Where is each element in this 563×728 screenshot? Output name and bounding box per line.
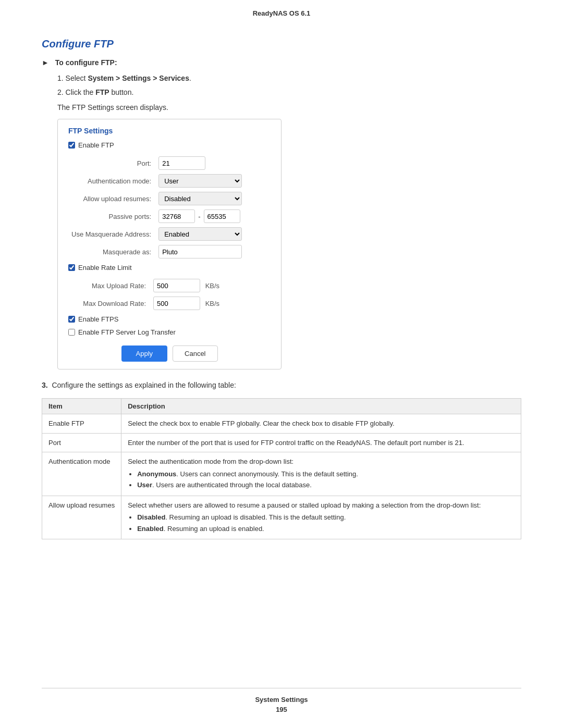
page-number: 195 [42, 706, 521, 713]
arrow-icon: ► [42, 58, 49, 67]
step-desc: The FTP Settings screen displays. [57, 103, 521, 112]
table-row: Authentication mode Select the authentic… [42, 452, 521, 496]
item-port: Port [42, 433, 121, 452]
section-title: Configure FTP [42, 38, 521, 50]
config-table-head: Item Description [42, 399, 521, 414]
page-header: ReadyNAS OS 6.1 [0, 0, 563, 22]
enable-ftp-log-label: Enable FTP Server Log Transfer [78, 328, 176, 336]
max-upload-unit: KB/s [205, 282, 219, 290]
desc-enable-ftp: Select the check box to enable FTP globa… [121, 414, 521, 434]
table-row: Port Enter the number of the port that i… [42, 433, 521, 452]
masquerade-addr-label: Use Masquerade Address: [68, 225, 154, 243]
passive-port-min[interactable] [158, 209, 195, 223]
desc-upload-resumes: Select whether users are allowed to resu… [121, 496, 521, 539]
field-max-upload: Max Upload Rate: KB/s [68, 277, 271, 294]
auth-mode-value: User Anonymous [154, 172, 271, 190]
header-title: ReadyNAS OS 6.1 [253, 9, 311, 17]
passive-ports-label: Passive ports: [68, 207, 154, 225]
cancel-button[interactable]: Cancel [173, 346, 217, 362]
config-table-header-row: Item Description [42, 399, 521, 414]
col-description: Description [121, 399, 521, 414]
max-download-label: Max Download Rate: [68, 294, 149, 312]
max-upload-value: KB/s [149, 277, 271, 294]
field-auth-mode: Authentication mode: User Anonymous [68, 172, 271, 190]
masquerade-as-input[interactable] [158, 245, 242, 258]
enable-ftp-log-row: Enable FTP Server Log Transfer [68, 328, 271, 336]
enable-ftps-row: Enable FTPS [68, 315, 271, 323]
footer-label: System Settings [42, 696, 521, 704]
max-download-unit: KB/s [205, 300, 219, 307]
col-item: Item [42, 399, 121, 414]
enable-rate-limit-label: Enable Rate Limit [78, 264, 132, 272]
enable-ftp-label: Enable FTP [78, 141, 114, 149]
upload-resumes-value: Disabled Enabled [154, 190, 271, 207]
panel-title: FTP Settings [68, 127, 271, 135]
item-auth-mode: Authentication mode [42, 452, 121, 496]
masquerade-addr-value: Enabled Disabled [154, 225, 271, 243]
rate-form-table: Max Upload Rate: KB/s Max Download Rate:… [68, 277, 271, 312]
port-label: Port: [68, 154, 154, 172]
field-port: Port: [68, 154, 271, 172]
enable-ftp-checkbox[interactable] [68, 142, 75, 149]
item-enable-ftp: Enable FTP [42, 414, 121, 434]
ftp-settings-panel: FTP Settings Enable FTP Port: Authentica… [57, 119, 282, 369]
auth-mode-label: Authentication mode: [68, 172, 154, 190]
enable-ftps-checkbox[interactable] [68, 316, 75, 323]
step1-bold: System > Settings > Services [88, 74, 189, 82]
desc-auth-mode: Select the authentication mode from the … [121, 452, 521, 496]
passive-port-max[interactable] [204, 209, 240, 223]
masquerade-addr-select[interactable]: Enabled Disabled [158, 227, 242, 241]
max-upload-label: Max Upload Rate: [68, 277, 149, 294]
table-row: Enable FTP Select the check box to enabl… [42, 414, 521, 434]
passive-ports-inputs: - [158, 209, 267, 223]
page-content: Configure FTP ► To configure FTP: Select… [0, 22, 563, 586]
page-footer: System Settings 195 [42, 688, 521, 718]
field-upload-resumes: Allow upload resumes: Disabled Enabled [68, 190, 271, 207]
panel-buttons: Apply Cancel [68, 343, 271, 362]
port-value [154, 154, 271, 172]
field-max-download: Max Download Rate: KB/s [68, 294, 271, 312]
max-download-value: KB/s [149, 294, 271, 312]
passive-port-separator: - [198, 213, 200, 220]
subsection-label: To configure FTP: [55, 58, 117, 67]
passive-ports-value: - [154, 207, 271, 225]
enable-rate-limit-row: Enable Rate Limit [68, 264, 271, 272]
max-download-input[interactable] [153, 297, 200, 310]
upload-resumes-bullets: Disabled. Resuming an upload is disabled… [128, 512, 515, 534]
field-masquerade-addr: Use Masquerade Address: Enabled Disabled [68, 225, 271, 243]
step3-num: 3. [42, 381, 48, 389]
step3-desc: 3. Configure the settings as explained i… [42, 380, 521, 391]
max-upload-input[interactable] [153, 279, 200, 292]
steps-list: Select System > Settings > Services. Cli… [42, 73, 521, 98]
enable-ftp-row: Enable FTP [68, 141, 271, 149]
masquerade-as-value [154, 243, 271, 261]
enable-ftp-log-checkbox[interactable] [68, 329, 75, 336]
enable-ftps-label: Enable FTPS [78, 315, 118, 323]
field-masquerade-as: Masquerade as: [68, 243, 271, 261]
masquerade-as-label: Masquerade as: [68, 243, 154, 261]
config-table: Item Description Enable FTP Select the c… [42, 398, 521, 539]
subsection-title: ► To configure FTP: [42, 58, 521, 67]
auth-mode-bullets: Anonymous. Users can connect anonymously… [128, 469, 515, 490]
step-2: Click the FTP button. [57, 87, 521, 98]
bullet-disabled: Disabled. Resuming an upload is disabled… [137, 512, 515, 523]
table-row: Allow upload resumes Select whether user… [42, 496, 521, 539]
enable-rate-limit-checkbox[interactable] [68, 264, 75, 271]
auth-mode-select[interactable]: User Anonymous [158, 174, 242, 188]
desc-port: Enter the number of the port that is use… [121, 433, 521, 452]
step3-text: Configure the settings as explained in t… [52, 381, 236, 389]
bullet-enabled: Enabled. Resuming an upload is enabled. [137, 524, 515, 534]
step2-bold: FTP [95, 88, 109, 96]
bullet-user: User. Users are authenticated through th… [137, 480, 515, 490]
ftp-form-table: Port: Authentication mode: User Anonymou… [68, 154, 271, 261]
apply-button[interactable]: Apply [121, 346, 168, 362]
config-table-body: Enable FTP Select the check box to enabl… [42, 414, 521, 539]
bullet-anonymous: Anonymous. Users can connect anonymously… [137, 469, 515, 479]
step-1: Select System > Settings > Services. [57, 73, 521, 84]
item-upload-resumes: Allow upload resumes [42, 496, 121, 539]
upload-resumes-label: Allow upload resumes: [68, 190, 154, 207]
upload-resumes-select[interactable]: Disabled Enabled [158, 192, 242, 205]
port-input[interactable] [158, 156, 205, 170]
field-passive-ports: Passive ports: - [68, 207, 271, 225]
